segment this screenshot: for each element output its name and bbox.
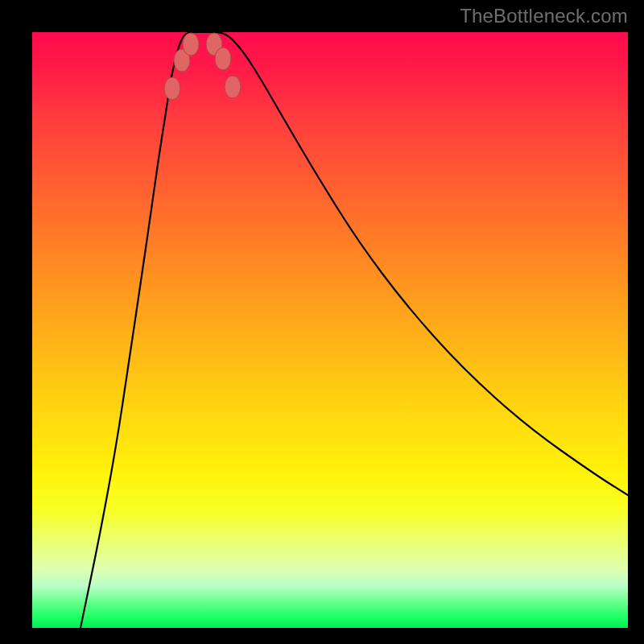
watermark-text: TheBottleneck.com xyxy=(460,5,628,27)
marker-dot xyxy=(164,77,180,100)
chart-frame: TheBottleneck.com xyxy=(0,0,644,644)
marker-dot xyxy=(183,33,199,56)
marker-dot xyxy=(215,47,231,70)
marker-dot xyxy=(225,76,241,98)
bottleneck-curve xyxy=(32,32,628,628)
marker-dots xyxy=(164,33,241,100)
plot-area xyxy=(32,32,628,628)
bottleneck-path xyxy=(80,32,628,628)
curve-lines xyxy=(80,32,628,628)
